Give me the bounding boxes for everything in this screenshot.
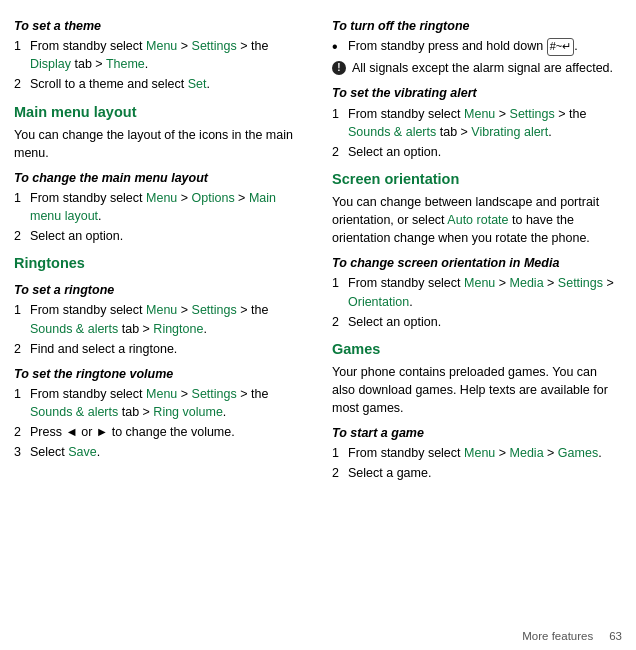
ringtones-step-2-2-text: Press ◄ or ► to change the volume. <box>30 423 235 441</box>
footer-label: More features <box>522 630 593 642</box>
link-orientation: Orientation <box>348 295 409 309</box>
main-menu-step-1: 1 From standby select Menu > Options > M… <box>14 189 304 225</box>
screenorientation-body: You can change between landscape and por… <box>332 193 622 247</box>
step-num: 1 <box>332 444 344 462</box>
main-menu-step-1-text: From standby select Menu > Options > Mai… <box>30 189 304 225</box>
main-menu-body: You can change the layout of the icons i… <box>14 126 304 162</box>
main-menu-heading: Main menu layout <box>14 102 304 123</box>
link-menu: Menu <box>464 446 495 460</box>
step-num: 2 <box>14 340 26 358</box>
step-num: 1 <box>14 37 26 73</box>
vibrating-sub: To set the vibrating alert <box>332 84 622 102</box>
games-step-1-text: From standby select Menu > Media > Games… <box>348 444 602 462</box>
turnoff-bullet-text: From standby press and hold down #~↵. <box>348 37 578 56</box>
games-step-2: 2 Select a game. <box>332 464 622 482</box>
main-menu-step-2-text: Select an option. <box>30 227 123 245</box>
screenorientation-step-2-text: Select an option. <box>348 313 441 331</box>
link-games: Games <box>558 446 598 460</box>
turnoff-sub: To turn off the ringtone <box>332 17 622 35</box>
step-num: 3 <box>14 443 26 461</box>
screenorientation-heading: Screen orientation <box>332 169 622 190</box>
link-menu: Menu <box>146 39 177 53</box>
screenorientation-step-2: 2 Select an option. <box>332 313 622 331</box>
ringtones-step-2-1: 1 From standby select Menu > Settings > … <box>14 385 304 421</box>
right-column: To turn off the ringtone • From standby … <box>318 0 636 650</box>
games-step-1: 1 From standby select Menu > Media > Gam… <box>332 444 622 462</box>
link-menu: Menu <box>146 303 177 317</box>
step-num: 2 <box>332 313 344 331</box>
link-ringvolume: Ring volume <box>153 405 222 419</box>
ringtones-heading: Ringtones <box>14 253 304 274</box>
link-settings: Settings <box>192 303 237 317</box>
link-menu: Menu <box>146 191 177 205</box>
games-heading: Games <box>332 339 622 360</box>
link-set: Set <box>188 77 207 91</box>
left-column: To set a theme 1 From standby select Men… <box>0 0 318 650</box>
games-step-2-text: Select a game. <box>348 464 431 482</box>
ringtones-step-1-2-text: Find and select a ringtone. <box>30 340 177 358</box>
page: To set a theme 1 From standby select Men… <box>0 0 636 650</box>
vibrating-step-2: 2 Select an option. <box>332 143 622 161</box>
intro-sub-heading: To set a theme <box>14 17 304 35</box>
turnoff-bullet: • From standby press and hold down #~↵. <box>332 37 622 56</box>
vibrating-step-1-text: From standby select Menu > Settings > th… <box>348 105 622 141</box>
step-num: 1 <box>332 274 344 310</box>
note-block: ! All signals except the alarm signal ar… <box>332 59 622 77</box>
main-menu-step-2: 2 Select an option. <box>14 227 304 245</box>
bullet-icon: • <box>332 37 342 56</box>
games-body: Your phone contains preloaded games. You… <box>332 363 622 417</box>
note-text: All signals except the alarm signal are … <box>352 59 613 77</box>
step-num: 2 <box>14 75 26 93</box>
step-num: 1 <box>14 301 26 337</box>
link-media: Media <box>510 446 544 460</box>
vibrating-step-1: 1 From standby select Menu > Settings > … <box>332 105 622 141</box>
step-num: 2 <box>14 423 26 441</box>
link-media: Media <box>510 276 544 290</box>
games-sub: To start a game <box>332 424 622 442</box>
ringtones-sub2: To set the ringtone volume <box>14 365 304 383</box>
step-num: 1 <box>332 105 344 141</box>
main-menu-sub: To change the main menu layout <box>14 169 304 187</box>
ringtones-step-2-3: 3 Select Save. <box>14 443 304 461</box>
step-num: 2 <box>332 464 344 482</box>
ringtones-step-1-2: 2 Find and select a ringtone. <box>14 340 304 358</box>
link-vibratingalert: Vibrating alert <box>471 125 548 139</box>
link-sounds: Sounds & alerts <box>30 322 118 336</box>
step-num: 1 <box>14 189 26 225</box>
link-save: Save <box>68 445 97 459</box>
ringtones-sub1: To set a ringtone <box>14 281 304 299</box>
link-menu: Menu <box>146 387 177 401</box>
note-icon: ! <box>332 61 346 75</box>
ringtones-step-2-3-text: Select Save. <box>30 443 100 461</box>
link-autorotate: Auto rotate <box>447 213 508 227</box>
ringtones-step-1-1-text: From standby select Menu > Settings > th… <box>30 301 304 337</box>
screenorientation-sub: To change screen orientation in Media <box>332 254 622 272</box>
link-ringtone: Ringtone <box>153 322 203 336</box>
link-display: Display <box>30 57 71 71</box>
screenorientation-step-1-text: From standby select Menu > Media > Setti… <box>348 274 622 310</box>
link-settings: Settings <box>192 39 237 53</box>
intro-step-2: 2 Scroll to a theme and select Set. <box>14 75 304 93</box>
step-num: 1 <box>14 385 26 421</box>
ringtones-step-2-2: 2 Press ◄ or ► to change the volume. <box>14 423 304 441</box>
link-menu: Menu <box>464 107 495 121</box>
step-num: 2 <box>332 143 344 161</box>
key-hash: #~↵ <box>547 38 575 56</box>
screenorientation-step-1: 1 From standby select Menu > Media > Set… <box>332 274 622 310</box>
link-settings: Settings <box>510 107 555 121</box>
link-theme: Theme <box>106 57 145 71</box>
link-settings: Settings <box>558 276 603 290</box>
link-menu: Menu <box>464 276 495 290</box>
link-sounds: Sounds & alerts <box>348 125 436 139</box>
vibrating-step-2-text: Select an option. <box>348 143 441 161</box>
intro-step-2-text: Scroll to a theme and select Set. <box>30 75 210 93</box>
intro-step-1-text: From standby select Menu > Settings > th… <box>30 37 304 73</box>
ringtones-step-2-1-text: From standby select Menu > Settings > th… <box>30 385 304 421</box>
ringtones-step-1-1: 1 From standby select Menu > Settings > … <box>14 301 304 337</box>
footer-page: 63 <box>609 630 622 642</box>
link-sounds: Sounds & alerts <box>30 405 118 419</box>
step-num: 2 <box>14 227 26 245</box>
footer: More features 63 <box>522 630 622 642</box>
link-options: Options <box>192 191 235 205</box>
intro-step-1: 1 From standby select Menu > Settings > … <box>14 37 304 73</box>
